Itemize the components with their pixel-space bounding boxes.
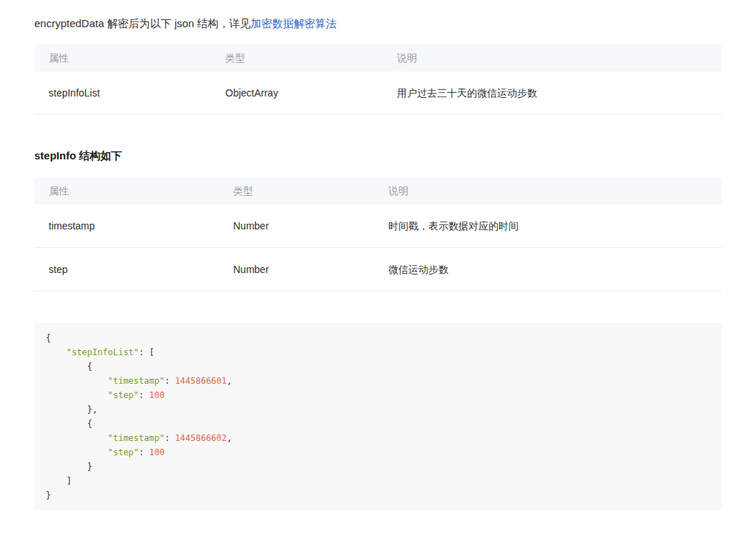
table-header-row: 属性 类型 说明 xyxy=(34,177,722,204)
column-header-type: 类型 xyxy=(219,177,374,204)
cell-description: 微信运动步数 xyxy=(374,248,722,292)
section-heading-suffix: 结构如下 xyxy=(76,149,122,162)
decrypt-algorithm-link[interactable]: 加密数据解密算法 xyxy=(251,17,337,29)
cell-type: ObjectArray xyxy=(211,71,383,115)
code-line: "stepInfoList": [ xyxy=(46,345,710,359)
code-line: { xyxy=(46,417,710,431)
cell-attribute: timestamp xyxy=(34,204,219,248)
column-header-attribute: 属性 xyxy=(34,44,211,71)
code-line: }, xyxy=(46,402,710,417)
table-row: stepInfoList ObjectArray 用户过去三十天的微信运动步数 xyxy=(34,71,722,115)
code-line: "step": 100 xyxy=(46,388,710,402)
column-header-description: 说明 xyxy=(383,44,722,71)
code-line: { xyxy=(46,331,710,345)
json-code-content: { "stepInfoList": [ { "timestamp": 14458… xyxy=(46,331,710,502)
stepinfo-props-table: 属性 类型 说明 timestamp Number 时间戳，表示数据对应的时间 … xyxy=(34,177,722,292)
code-line: "timestamp": 1445866601, xyxy=(46,374,710,388)
column-header-type: 类型 xyxy=(211,44,383,71)
intro-paragraph: encryptedData 解密后为以下 json 结构，详见加密数据解密算法 xyxy=(34,17,722,30)
code-line: } xyxy=(46,460,710,474)
table-row: timestamp Number 时间戳，表示数据对应的时间 xyxy=(34,204,722,248)
code-line: } xyxy=(46,488,710,502)
table-header-row: 属性 类型 说明 xyxy=(34,44,722,71)
cell-attribute: stepInfoList xyxy=(34,71,211,115)
cell-type: Number xyxy=(219,204,374,248)
column-header-attribute: 属性 xyxy=(34,177,219,204)
doc-page: encryptedData 解密后为以下 json 结构，详见加密数据解密算法 … xyxy=(0,0,756,510)
encrypted-data-props-table: 属性 类型 说明 stepInfoList ObjectArray 用户过去三十… xyxy=(34,44,722,115)
table-row: step Number 微信运动步数 xyxy=(34,248,722,292)
column-header-description: 说明 xyxy=(374,177,722,204)
cell-description: 时间戳，表示数据对应的时间 xyxy=(374,204,722,248)
code-line: "timestamp": 1445866602, xyxy=(46,431,710,445)
code-line: ] xyxy=(46,474,710,488)
cell-description: 用户过去三十天的微信运动步数 xyxy=(383,71,722,115)
section-heading: stepInfo 结构如下 xyxy=(34,149,722,163)
cell-type: Number xyxy=(219,248,374,292)
stepinfo-code-token: stepInfo xyxy=(34,149,76,162)
json-code-block: { "stepInfoList": [ { "timestamp": 14458… xyxy=(34,323,722,510)
code-line: { xyxy=(46,359,710,374)
code-line: "step": 100 xyxy=(46,445,710,460)
cell-attribute: step xyxy=(34,248,219,292)
intro-text: encryptedData 解密后为以下 json 结构，详见 xyxy=(34,17,251,29)
